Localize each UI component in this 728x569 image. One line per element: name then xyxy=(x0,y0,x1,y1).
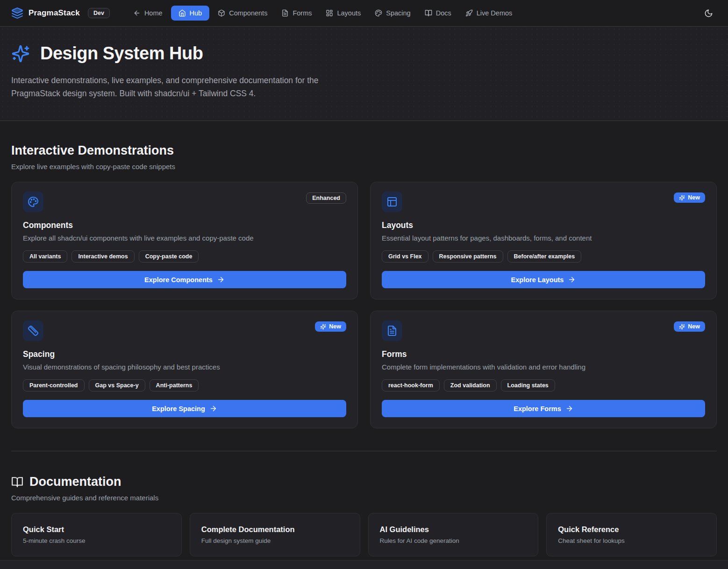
button-label: Explore Layouts xyxy=(511,276,564,284)
arrow-right-icon xyxy=(209,405,217,413)
badge-label: New xyxy=(329,323,341,330)
home-icon xyxy=(178,9,186,17)
explore-spacing-button[interactable]: Explore Spacing xyxy=(23,400,346,417)
button-label: Explore Forms xyxy=(514,405,561,413)
tag-anti-patterns: Anti-patterns xyxy=(150,379,199,391)
book-open-icon xyxy=(11,476,23,488)
arrow-right-icon xyxy=(568,276,576,284)
doc-card-title: Quick Start xyxy=(23,525,170,534)
demo-card-components: EnhancedComponentsExplore all shadcn/ui … xyxy=(11,182,358,299)
card-icon-box xyxy=(382,320,402,341)
tag-interactive-demos: Interactive demos xyxy=(71,250,134,263)
nav-item-label: Layouts xyxy=(337,9,361,17)
docs-section-subtitle: Comprehensive guides and reference mater… xyxy=(11,494,717,502)
arrow-left-icon xyxy=(133,9,141,17)
doc-card-title: AI Guidelines xyxy=(380,525,527,534)
tag-zod-validation: Zod validation xyxy=(444,379,497,391)
doc-card-ai-guidelines[interactable]: AI GuidelinesRules for AI code generatio… xyxy=(368,513,539,556)
demos-section-title: Interactive Demonstrations xyxy=(11,143,717,158)
explore-layouts-button[interactable]: Explore Layouts xyxy=(382,271,705,288)
docs-section-title: Documentation xyxy=(29,475,121,489)
page-subtitle: Interactive demonstrations, live example… xyxy=(11,74,363,100)
demo-card-grid: EnhancedComponentsExplore all shadcn/ui … xyxy=(11,182,717,428)
doc-card-title: Complete Documentation xyxy=(201,525,349,534)
card-description: Complete form implementations with valid… xyxy=(382,363,705,371)
ruler-icon xyxy=(28,325,39,336)
doc-card-subtitle: Full design system guide xyxy=(201,537,349,544)
nav-item-label: Spacing xyxy=(386,9,410,17)
nav-item-live-demos[interactable]: Live Demos xyxy=(460,6,518,21)
card-title: Forms xyxy=(382,349,705,359)
file-text-icon xyxy=(281,9,289,17)
tag-row: Grid vs FlexResponsive patternsBefore/af… xyxy=(382,250,705,263)
new-badge: New xyxy=(674,321,705,332)
sparkles-icon xyxy=(320,324,326,330)
layers-logo-icon xyxy=(11,7,23,19)
nav-item-label: Forms xyxy=(293,9,312,17)
nav-item-components[interactable]: Components xyxy=(212,6,273,21)
nav-menu: HomeHubComponentsFormsLayoutsSpacingDocs… xyxy=(128,6,518,21)
doc-card-subtitle: Cheat sheet for lookups xyxy=(558,537,705,544)
nav-item-hub[interactable]: Hub xyxy=(171,6,210,21)
layout-dashboard-icon xyxy=(326,9,333,17)
tag-all-variants: All variants xyxy=(23,250,67,263)
explore-forms-button[interactable]: Explore Forms xyxy=(382,400,705,417)
button-label: Explore Components xyxy=(144,276,213,284)
sparkles-icon xyxy=(679,324,685,330)
card-icon-box xyxy=(23,320,43,341)
book-open-icon xyxy=(425,9,432,17)
palette-icon xyxy=(28,196,39,207)
demo-card-forms: NewFormsComplete form implementations wi… xyxy=(370,311,717,428)
sparkles-icon xyxy=(679,195,685,201)
new-badge: New xyxy=(315,321,346,332)
docs-section-header: Documentation Comprehensive guides and r… xyxy=(11,475,717,502)
badge-label: New xyxy=(688,194,700,201)
card-description: Explore all shadcn/ui components with li… xyxy=(23,234,346,242)
nav-item-label: Components xyxy=(229,9,267,17)
hero-section: Design System Hub Interactive demonstrat… xyxy=(0,27,728,121)
nav-item-label: Docs xyxy=(436,9,451,17)
tag-parent-controlled: Parent-controlled xyxy=(23,379,85,391)
tag-copy-paste-code: Copy-paste code xyxy=(139,250,199,263)
doc-card-subtitle: 5-minute crash course xyxy=(23,537,170,544)
card-icon-box xyxy=(23,192,43,212)
tag-react-hook-form: react-hook-form xyxy=(382,379,440,391)
doc-card-quick-start[interactable]: Quick Start5-minute crash course xyxy=(11,513,182,556)
explore-components-button[interactable]: Explore Components xyxy=(23,271,346,288)
palette-icon xyxy=(375,9,382,17)
theme-toggle-button[interactable] xyxy=(700,5,717,21)
card-title: Spacing xyxy=(23,349,346,359)
nav-item-forms[interactable]: Forms xyxy=(276,6,317,21)
tag-grid-vs-flex: Grid vs Flex xyxy=(382,250,428,263)
tag-responsive-patterns: Responsive patterns xyxy=(433,250,503,263)
tag-row: react-hook-formZod validationLoading sta… xyxy=(382,379,705,391)
nav-item-spacing[interactable]: Spacing xyxy=(369,6,416,21)
rocket-icon xyxy=(465,9,473,17)
nav-item-layouts[interactable]: Layouts xyxy=(320,6,366,21)
card-description: Essential layout patterns for pages, das… xyxy=(382,234,705,242)
demos-section-header: Interactive Demonstrations Explore live … xyxy=(11,121,717,171)
tag-row: All variantsInteractive demosCopy-paste … xyxy=(23,250,346,263)
demos-section-subtitle: Explore live examples with copy-paste co… xyxy=(11,163,717,171)
demo-card-layouts: NewLayoutsEssential layout patterns for … xyxy=(370,182,717,299)
nav-item-home[interactable]: Home xyxy=(128,6,168,21)
dev-badge: Dev xyxy=(88,8,110,18)
nav-item-label: Hub xyxy=(190,9,202,17)
new-badge: New xyxy=(674,192,705,203)
main-content: Interactive Demonstrations Explore live … xyxy=(0,121,728,556)
page-title: Design System Hub xyxy=(40,43,203,64)
badge-label: Enhanced xyxy=(312,195,340,201)
card-icon-box xyxy=(382,192,402,212)
tag-loading-states: Loading states xyxy=(501,379,555,391)
doc-card-complete-documentation[interactable]: Complete DocumentationFull design system… xyxy=(190,513,360,556)
brand[interactable]: PragmaStack Dev xyxy=(11,7,110,19)
nav-item-docs[interactable]: Docs xyxy=(419,6,457,21)
file-text-icon xyxy=(386,325,398,336)
card-description: Visual demonstrations of spacing philoso… xyxy=(23,363,346,371)
badge-label: New xyxy=(688,323,700,330)
doc-card-subtitle: Rules for AI code generation xyxy=(380,537,527,544)
doc-card-quick-reference[interactable]: Quick ReferenceCheat sheet for lookups xyxy=(546,513,717,556)
tag-before-after-examples: Before/after examples xyxy=(507,250,582,263)
arrow-right-icon xyxy=(565,405,573,413)
enhanced-badge: Enhanced xyxy=(306,192,346,204)
